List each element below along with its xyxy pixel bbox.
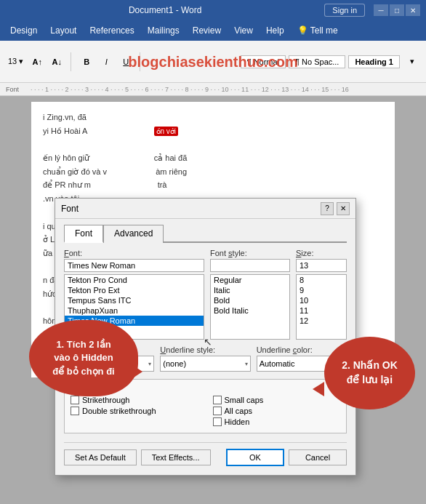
strikethrough-checkbox[interactable] [71, 396, 79, 404]
signin-button[interactable]: Sign in [324, 4, 365, 17]
dialog-footer: Set As Default Text Effects... OK Cancel [64, 442, 347, 466]
tab-advanced[interactable]: Advanced [103, 225, 164, 243]
style-normal[interactable]: ¶ Normal [241, 55, 286, 68]
font-list-item[interactable]: Tempus Sans ITC [65, 295, 204, 305]
window-buttons: ─ □ ✕ [374, 4, 420, 16]
style-heading1[interactable]: Heading 1 [348, 55, 400, 68]
double-strikethrough-row: Double strikethrough [71, 407, 198, 415]
style-bold[interactable]: Bold [211, 295, 289, 305]
ok-button[interactable]: OK [226, 449, 284, 466]
dialog-close-button[interactable]: ✕ [337, 202, 350, 215]
toolbar-area: blogchiasekienthuc.com 13 ▾ A↑ A↓ B I U … [0, 41, 426, 83]
menu-mailings[interactable]: Mailings [142, 23, 185, 39]
title-bar: Document1 - Word Sign in ─ □ ✕ [0, 0, 426, 20]
callout-2-text: 2. Nhấn OKđể lưu lại [342, 359, 398, 387]
effects-right-col: Small caps All caps Hidden [213, 396, 341, 428]
font-list-item[interactable]: ThuphapXuan [65, 305, 204, 316]
doc-line: i Zing.vn, đã [43, 111, 383, 124]
text-effects-button[interactable]: Text Effects... [141, 449, 211, 465]
underline-style-value: (none) [163, 359, 186, 368]
cursor-indicator: ↖ [204, 336, 212, 348]
doc-line: ến lý hôn giữ cả hai đã [43, 151, 383, 165]
size-8[interactable]: 8 [297, 275, 346, 285]
underline-style-select[interactable]: (none) ▾ [160, 356, 250, 372]
size-11[interactable]: 11 [297, 305, 346, 316]
color-dropdown-arrow: ▾ [148, 361, 151, 367]
grow-font-button[interactable]: A↑ [28, 52, 47, 71]
font-list-item[interactable]: Tekton Pro Cond [65, 275, 204, 285]
close-button[interactable]: ✕ [406, 4, 420, 16]
double-strikethrough-checkbox[interactable] [71, 407, 79, 415]
double-strikethrough-label: Double strikethrough [82, 407, 156, 415]
doc-line: yi Hồ Hoài A ồn với [43, 124, 383, 138]
menu-tell-me[interactable]: 💡 Tell me [292, 23, 344, 39]
dialog-title-controls: ? ✕ [321, 202, 350, 215]
menu-design[interactable]: Design [4, 23, 43, 39]
minimize-button[interactable]: ─ [374, 4, 388, 16]
shrink-font-button[interactable]: A↓ [47, 52, 66, 71]
dialog-title: Font [61, 204, 79, 214]
small-caps-checkbox[interactable] [213, 396, 222, 404]
doc-line: chuẩn giờ đó và v àm riêng [43, 165, 383, 179]
italic-button[interactable]: I [97, 52, 116, 71]
hidden-row: Hidden [213, 417, 341, 426]
title-controls: Sign in ─ □ ✕ [324, 4, 420, 17]
cancel-button[interactable]: Cancel [289, 449, 347, 465]
font-size-input-field[interactable] [296, 259, 347, 272]
small-caps-row: Small caps [213, 396, 341, 404]
style-no-spacing[interactable]: ¶ No Spac... [289, 55, 345, 68]
size-12[interactable]: 12 [297, 316, 346, 326]
font-list-item[interactable]: Tekton Pro Ext [65, 285, 204, 295]
menu-bar: Design Layout References Mailings Review… [0, 20, 426, 41]
menu-layout[interactable]: Layout [44, 23, 82, 39]
font-style-input[interactable] [210, 259, 290, 272]
set-as-default-button[interactable]: Set As Default [64, 449, 137, 465]
maximize-button[interactable]: □ [390, 4, 404, 16]
strikethrough-row: Strikethrough [71, 396, 198, 404]
all-caps-label: All caps [225, 407, 253, 415]
callout-2: 2. Nhấn OKđể lưu lại [324, 337, 415, 409]
hidden-label: Hidden [225, 417, 250, 426]
quick-styles: ¶ Normal ¶ No Spac... Heading 1 ▾ [241, 52, 422, 71]
tab-font[interactable]: Font [64, 225, 103, 243]
dialog-help-button[interactable]: ? [321, 202, 334, 215]
all-caps-checkbox[interactable] [213, 407, 222, 415]
bold-button[interactable]: B [77, 52, 96, 71]
style-bold-italic[interactable]: Bold Italic [211, 305, 289, 316]
ruler-marks: · · · · 1 · · · · 2 · · · · 3 · · · · 4 … [31, 86, 349, 93]
underline-style-arrow: ▾ [245, 361, 248, 367]
font-size-col: Size: 8 9 10 11 12 [296, 249, 347, 340]
style-regular[interactable]: Regular [211, 275, 289, 285]
hidden-checkbox[interactable] [213, 417, 222, 426]
size-9[interactable]: 9 [297, 285, 346, 295]
underline-color-value: Automatic [260, 359, 295, 368]
small-caps-label: Small caps [225, 396, 264, 404]
effects-columns: Strikethrough Double strikethrough Small… [71, 396, 340, 428]
styles-more-button[interactable]: ▾ [403, 52, 422, 71]
font-name-label: Font: [64, 249, 204, 257]
menu-references[interactable]: References [84, 23, 140, 39]
ruler: Font · · · · 1 · · · · 2 · · · · 3 · · ·… [0, 83, 426, 96]
menu-view[interactable]: View [228, 23, 259, 39]
doc-line: để PR như m trà [43, 178, 383, 192]
font-size-listbox[interactable]: 8 9 10 11 12 [296, 274, 347, 340]
dialog-title-bar: Font ? ✕ [55, 199, 355, 219]
effects-left-col: Strikethrough Double strikethrough [71, 396, 198, 428]
dialog-footer-left: Set As Default Text Effects... [64, 449, 211, 465]
font-style-col: Font style: Regular Italic Bold Bold Ita… [210, 249, 290, 340]
font-style-listbox[interactable]: Regular Italic Bold Bold Italic [210, 274, 290, 340]
format-group: B I U [77, 52, 140, 71]
underline-button[interactable]: U [116, 52, 135, 71]
style-italic[interactable]: Italic [211, 285, 289, 295]
callout-1-text: 1. Tích 2 lầnvào ô Hiddenđể bỏ chọn đi [52, 338, 114, 378]
font-name-input[interactable] [64, 259, 204, 272]
font-size-input[interactable]: 13 ▾ [4, 52, 27, 71]
menu-review[interactable]: Review [187, 23, 227, 39]
doc-line [43, 137, 383, 151]
menu-help[interactable]: Help [260, 23, 290, 39]
font-size-label: Size: [296, 249, 347, 257]
font-style-label: Font style: [210, 249, 290, 257]
dialog-tabs: Font Advanced [64, 225, 347, 243]
size-10[interactable]: 10 [297, 295, 346, 305]
underline-style-col: Underline style: (none) ▾ [160, 345, 250, 372]
